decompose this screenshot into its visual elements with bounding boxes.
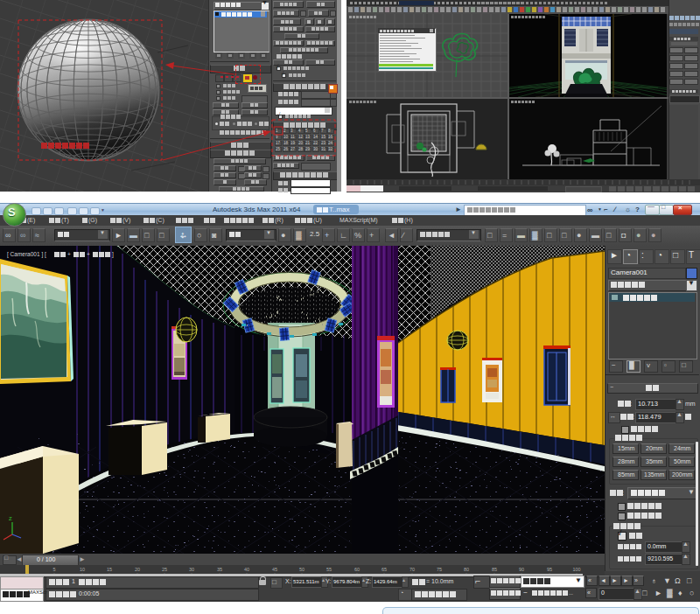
svg-text:100: 100 [572, 567, 580, 572]
svg-text:65: 65 [382, 567, 387, 572]
svg-text:45: 45 [272, 567, 277, 572]
svg-text:55: 55 [326, 567, 332, 572]
svg-text:5: 5 [52, 567, 55, 572]
svg-text:15: 15 [107, 567, 112, 572]
svg-text:35: 35 [217, 567, 222, 572]
svg-text:20: 20 [135, 567, 140, 572]
svg-text:70: 70 [410, 567, 415, 572]
svg-text:10: 10 [80, 567, 85, 572]
svg-text:Z: Z [9, 516, 12, 521]
svg-text:30: 30 [189, 567, 194, 572]
svg-text:50: 50 [299, 567, 304, 572]
svg-text:85: 85 [492, 567, 497, 572]
svg-text:75: 75 [437, 567, 442, 572]
svg-text:25: 25 [162, 567, 167, 572]
svg-text:90: 90 [519, 567, 524, 572]
svg-text:80: 80 [464, 567, 469, 572]
svg-text:95: 95 [547, 567, 552, 572]
svg-text:60: 60 [354, 567, 360, 572]
svg-text:40: 40 [244, 567, 249, 572]
